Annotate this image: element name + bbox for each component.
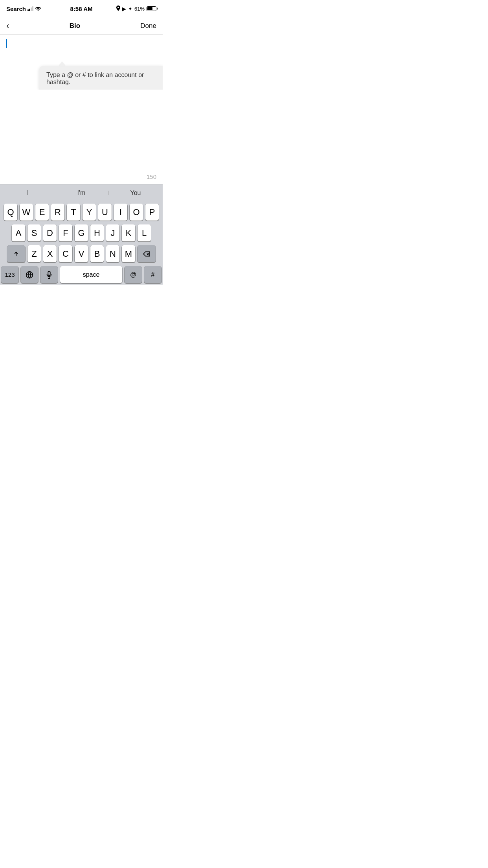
shift-button[interactable] (7, 245, 25, 262)
arrow-icon: ▶ (122, 6, 126, 12)
key-c[interactable]: C (59, 245, 72, 262)
status-time: 8:58 AM (70, 6, 93, 12)
key-n[interactable]: N (106, 245, 119, 262)
nav-title: Bio (70, 22, 80, 30)
tooltip-arrow (59, 62, 65, 66)
predictive-item-2[interactable]: I'm (54, 189, 108, 197)
key-b[interactable]: B (90, 245, 104, 262)
mic-button[interactable] (40, 266, 58, 283)
back-button[interactable]: ‹ (6, 21, 9, 31)
keyboard-row-4: 123 space @ # (1, 266, 161, 283)
key-j[interactable]: J (106, 224, 119, 241)
key-d[interactable]: D (43, 224, 57, 241)
battery-percent: 61% (134, 6, 145, 12)
key-a[interactable]: A (12, 224, 25, 241)
key-w[interactable]: W (20, 204, 33, 221)
at-button[interactable]: @ (125, 266, 142, 283)
key-z[interactable]: Z (28, 245, 41, 262)
content-area: 150 (0, 90, 163, 184)
nav-bar: ‹ Bio Done (0, 17, 163, 35)
key-v[interactable]: V (75, 245, 88, 262)
key-u[interactable]: U (98, 204, 112, 221)
key-h[interactable]: H (90, 224, 104, 241)
key-s[interactable]: S (28, 224, 41, 241)
status-bar: Search 8:58 AM ▶ ✦ 61% (0, 0, 163, 17)
key-g[interactable]: G (75, 224, 88, 241)
key-e[interactable]: E (35, 204, 49, 221)
keyboard: Q W E R T Y U I O P A S D F G H J K L Z … (0, 201, 163, 285)
keyboard-row-2: A S D F G H J K L (1, 224, 161, 241)
hash-button[interactable]: # (144, 266, 161, 283)
key-f[interactable]: F (59, 224, 72, 241)
location-icon (116, 6, 120, 12)
delete-button[interactable] (138, 245, 156, 262)
char-count: 150 (147, 173, 156, 180)
battery-icon (147, 6, 156, 11)
key-y[interactable]: Y (83, 204, 96, 221)
carrier-label: Search (6, 6, 26, 12)
tooltip-wrapper: Type a @ or # to link an account or hash… (0, 58, 163, 90)
keyboard-row-1: Q W E R T Y U I O P (1, 204, 161, 221)
done-button[interactable]: Done (140, 22, 156, 30)
predictive-item-1[interactable]: I (0, 189, 54, 197)
text-cursor (6, 39, 7, 48)
wifi-icon (35, 6, 41, 12)
key-m[interactable]: M (122, 245, 135, 262)
globe-button[interactable] (21, 266, 38, 283)
tooltip-text: Type a @ or # to link an account or hash… (39, 66, 163, 91)
status-right: ▶ ✦ 61% (116, 6, 156, 12)
key-l[interactable]: L (138, 224, 151, 241)
status-left: Search (6, 6, 41, 12)
key-r[interactable]: R (51, 204, 64, 221)
key-t[interactable]: T (67, 204, 80, 221)
key-p[interactable]: P (145, 204, 159, 221)
bluetooth-icon: ✦ (128, 6, 132, 12)
key-o[interactable]: O (130, 204, 143, 221)
bio-input-area[interactable] (0, 35, 163, 58)
keyboard-row-3: Z X C V B N M (1, 245, 161, 262)
space-button[interactable]: space (60, 266, 122, 283)
signal-bars-icon (28, 6, 33, 11)
key-x[interactable]: X (43, 245, 57, 262)
predictive-item-3[interactable]: You (108, 189, 163, 197)
svg-rect-5 (48, 271, 50, 275)
numbers-button[interactable]: 123 (1, 266, 18, 283)
predictive-bar: I I'm You (0, 184, 163, 201)
tooltip: Type a @ or # to link an account or hash… (39, 66, 163, 91)
key-k[interactable]: K (122, 224, 135, 241)
key-q[interactable]: Q (4, 204, 17, 221)
key-i[interactable]: I (114, 204, 127, 221)
